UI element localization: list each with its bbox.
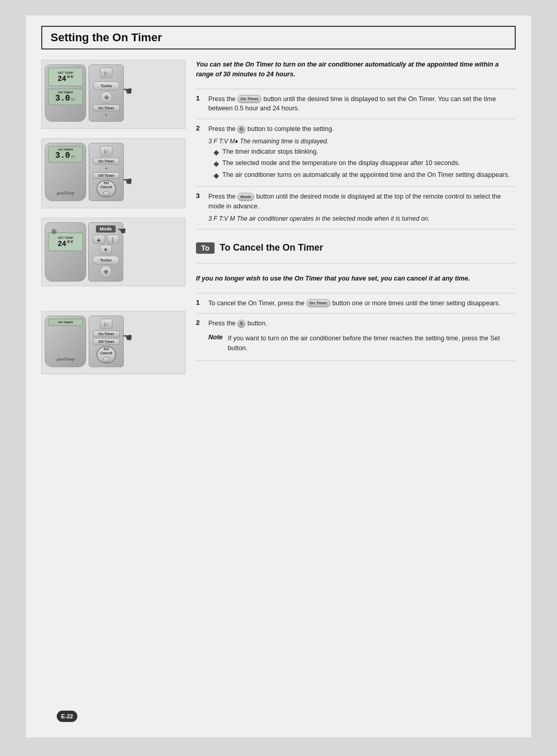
remote-illustration-1: SET TEMP 24°c ON TIMER 3.0 Hr. (41, 60, 186, 129)
bullet-2: ◆ The selected mode and the temperature … (214, 158, 516, 169)
bullet-1: ◆ The timer indicator stops blinking. (214, 146, 516, 158)
remote1-plus[interactable]: + (105, 112, 108, 118)
remote1-right-panel: ▷ Turbo ✤ On Timer + ☛ (89, 64, 124, 122)
divider-s2b (196, 293, 516, 293)
step-1-row: 1 Press the On Timer button until the de… (196, 94, 516, 114)
remote1-lcd: SET TEMP 24°c (48, 68, 83, 86)
remote3-up-btn[interactable]: ▲ (93, 235, 105, 244)
cancel-step-2-row: 2 Press the ⚙ button. (196, 319, 516, 328)
set-inline-icon: ⚙ (237, 125, 245, 134)
remote2-nav-btn[interactable]: ▷ (100, 146, 112, 156)
set-label: Set (104, 181, 109, 185)
remote3-down-btn[interactable]: ▼ (100, 245, 112, 254)
remote3-arrow-group: ▲ | (93, 235, 119, 244)
remote4-nav-btn[interactable]: ▷ (100, 319, 112, 329)
step-3-text: Press the Mode button until the desired … (208, 192, 516, 211)
note-row: Note If you want to turn on the air cond… (208, 334, 516, 353)
remote3-right-panel: Mode ☛ ▲ | ▼ Turbo ✤ (88, 222, 123, 282)
on-timer-inline-btn-2: On Timer (306, 299, 331, 307)
remote4-off-timer-btn[interactable]: Off Timer (93, 338, 120, 345)
step-1-num: 1 (196, 94, 204, 114)
remote4-on-timer-label: ON TIMER (51, 321, 80, 324)
step-3-num: 3 (196, 192, 204, 211)
remote-illustration-3: ❄ SET TEMP 24°c Mode ☛ ▲ | (41, 218, 186, 286)
cancel-step-2-text: Press the ⚙ button. (208, 319, 516, 328)
bullet-sym-1: ◆ (214, 146, 219, 158)
cancel-step-1-row: 1 To cancel the On Timer, press the On T… (196, 299, 516, 308)
remote2-off-timer-btn[interactable]: Off Timer (93, 172, 120, 179)
remote3-temp-display: 24°c (58, 239, 74, 248)
remote3-arrow-group2: ▼ (100, 245, 112, 254)
remote2-hr-label: Hr. (71, 155, 76, 158)
section2-bullet: To (196, 242, 215, 254)
step-3-row: 3 Press the Mode button until the desire… (196, 192, 516, 211)
bullet-text-3: The air conditioner turns on automatical… (222, 170, 510, 181)
section2-title: To Cancel the On Timer (220, 242, 323, 253)
bullet-text-2: The selected mode and the temperature on… (222, 158, 460, 169)
remote1-timer-val: 3.0 (55, 94, 70, 103)
remote2-right-panel: ▷ On Timer + Off Timer Set Cancel ☛ (89, 143, 124, 201)
remote1-left-body: SET TEMP 24°c ON TIMER 3.0 Hr. (45, 64, 86, 122)
set-label-4: Set (104, 347, 109, 351)
set-cancel-circle-4 (103, 357, 110, 363)
remote2-set-cancel-btn[interactable]: Set Cancel (96, 180, 116, 198)
set-cancel-circle (103, 191, 110, 196)
on-timer-inline-btn-1: On Timer (237, 95, 261, 103)
remote2-left-body: ON TIMER 3.0 Hr. good'sleep (45, 143, 86, 201)
note-text: If you want to turn on the air condition… (228, 334, 516, 353)
remote1-hr-label: Hr. (71, 97, 76, 101)
step-2-row: 2 Press the ⚙ button to complete the set… (196, 124, 516, 134)
step-1-text: Press the On Timer button until the desi… (208, 94, 516, 114)
right-column: You can set the On Timer to turn on the … (196, 55, 516, 690)
step-2-num: 2 (196, 124, 204, 134)
remote3-fan-btn[interactable]: ✤ (100, 266, 112, 278)
remote-illustration-2: ON TIMER 3.0 Hr. good'sleep ▷ On Timer + (41, 138, 186, 208)
remote2-plus[interactable]: + (105, 166, 108, 171)
remote3-group: ❄ SET TEMP 24°c Mode ☛ ▲ | (45, 222, 182, 282)
hand-cursor-icon: ☛ (122, 85, 133, 98)
cancel-step-1-block: 1 To cancel the On Timer, press the On T… (196, 299, 516, 314)
remote1-temp-display: 24°c (58, 74, 74, 83)
mode-inline-btn: Mode (237, 193, 254, 201)
step-2-text: Press the ⚙ button to complete the setti… (208, 124, 516, 134)
remote4-timer-display: ON TIMER (48, 319, 83, 326)
remote-illustration-4: ON TIMER good'sleep ▷ On Timer Off Timer… (41, 311, 186, 374)
remote1-fan-btn[interactable]: ✤ (100, 91, 112, 104)
set-cancel-label-4: Set Cancel (101, 347, 112, 356)
page-number-badge: E-22 (57, 711, 77, 722)
remote3-mode-btn[interactable]: Mode ☛ (96, 225, 116, 233)
step-2-sub-heading: 3 F T:V M♦ The remaining time is display… (208, 138, 329, 145)
page: Setting the On Timer SET TEMP 24°c ON TI… (26, 15, 531, 737)
cancel-step-2-num: 2 (196, 319, 204, 328)
hand-cursor-icon-4: ☛ (122, 331, 133, 344)
remote3-temp-slider: | (107, 235, 119, 244)
cancel-step-1-num: 1 (196, 299, 204, 308)
remote4-good-sleep-label: good'sleep (57, 357, 74, 361)
step-3-sub-heading: 3 F T:V M The air conditioner operates i… (208, 215, 430, 222)
step-3-sub: 3 F T:V M The air conditioner operates i… (208, 213, 516, 224)
set-cancel-label: Set Cancel (101, 181, 112, 190)
set-inline-icon-2: ⚙ (237, 320, 245, 328)
page-title: Setting the On Timer (51, 31, 506, 44)
remote1-turbo-btn[interactable]: Turbo (93, 81, 120, 90)
cancel-step-2-block: 2 Press the ⚙ button. Note If you want t… (196, 319, 516, 360)
page-header: Setting the On Timer (41, 26, 516, 50)
step-2-sub: 3 F T:V M♦ The remaining time is display… (208, 136, 516, 181)
remote1-on-timer-btn[interactable]: On Timer (93, 105, 120, 111)
remote2-timer-val: 3.0 (55, 151, 70, 160)
remote2-on-timer-btn[interactable]: On Timer (93, 158, 120, 165)
step-3-block: 3 Press the Mode button until the desire… (196, 192, 516, 229)
step-1-block: 1 Press the On Timer button until the de… (196, 94, 516, 120)
remote4-on-timer-btn[interactable]: On Timer (93, 331, 120, 337)
hand-cursor-icon-2: ☛ (122, 175, 133, 188)
remote1-nav-btn[interactable]: ▷ (100, 68, 112, 78)
snowflake-icon: ❄ (51, 227, 57, 237)
bullet-text-1: The timer indicator stops blinking. (222, 146, 318, 158)
step-2-block: 2 Press the ⚙ button to complete the set… (196, 124, 516, 187)
cancel-label-4: Cancel (101, 351, 112, 355)
remote3-turbo-btn[interactable]: Turbo (92, 256, 119, 265)
bullet-sym-3: ◆ (214, 170, 219, 181)
remote3-left-body: ❄ SET TEMP 24°c (45, 222, 86, 282)
section2-heading: To To Cancel the On Timer (196, 242, 516, 254)
remote4-set-cancel-btn[interactable]: Set Cancel (96, 346, 116, 364)
